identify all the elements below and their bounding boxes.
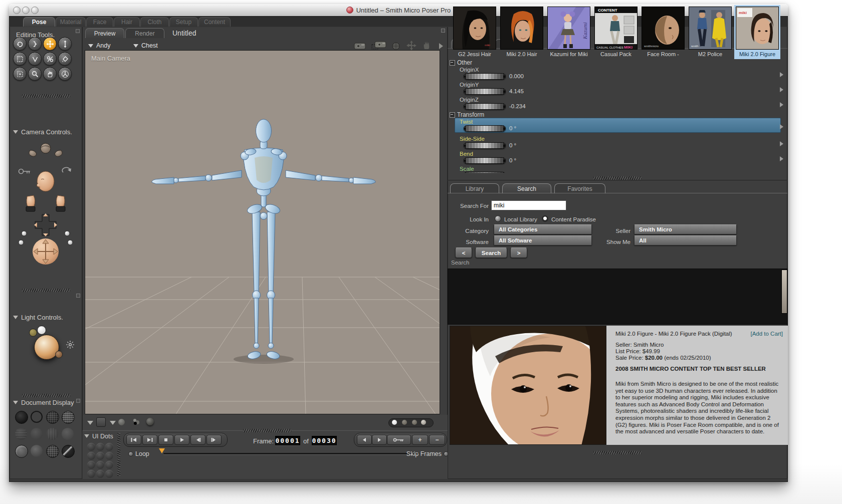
multi-ball-style-icon[interactable]	[132, 418, 140, 426]
param-dial-originz[interactable]	[464, 103, 506, 110]
background-swatch[interactable]	[96, 417, 106, 427]
timeline-divider-grip[interactable]	[117, 433, 120, 476]
display-style-lit-wireframe[interactable]	[15, 428, 27, 440]
ui-dot[interactable]	[105, 443, 113, 451]
tab-hair[interactable]: Hair	[114, 17, 140, 27]
tool-translate-in-out[interactable]	[58, 37, 72, 51]
tracking-dot[interactable]	[412, 420, 417, 425]
shadow-ball-icon[interactable]	[146, 418, 154, 425]
move-cross-icon[interactable]	[406, 40, 417, 51]
actor-menu[interactable]: Chest	[133, 42, 158, 49]
tab-content[interactable]: Content	[198, 17, 231, 27]
tab-search[interactable]: Search	[502, 183, 551, 193]
software-dropdown[interactable]: All Software	[494, 235, 592, 245]
grab-hand-icon[interactable]	[423, 40, 430, 50]
display-style-texture-shaded[interactable]	[62, 445, 75, 458]
light-dot[interactable]	[29, 329, 37, 337]
next-keyframe-button[interactable]	[372, 435, 387, 445]
tool-taper[interactable]	[28, 52, 42, 66]
tool-twist[interactable]	[28, 37, 42, 51]
param-menu-arrow-icon[interactable]	[780, 141, 783, 146]
ui-dot[interactable]	[87, 470, 95, 478]
display-style-flat-shaded[interactable]	[31, 428, 43, 440]
total-frames-counter[interactable]: 00030	[312, 436, 337, 445]
ui-dot[interactable]	[87, 452, 95, 460]
tool-view-magnifier[interactable]	[28, 67, 42, 81]
document-display-collapse-icon[interactable]	[76, 399, 80, 403]
tab-cloth[interactable]: Cloth	[140, 17, 169, 27]
add-to-cart-link[interactable]: [Add to Cart]	[750, 331, 783, 337]
result-casual-pack[interactable]: CONTENTCASUAL CLOTHESMIKI Casual Pack	[593, 5, 639, 59]
viewport[interactable]: Main Camera	[85, 50, 440, 414]
param-menu-arrow-icon[interactable]	[780, 72, 783, 77]
ui-dot[interactable]	[87, 461, 95, 469]
param-dial-originx[interactable]	[464, 73, 506, 80]
param-dial-scale[interactable]	[464, 172, 506, 173]
tool-direct-manipulation[interactable]	[43, 67, 57, 81]
sidebar-grip[interactable]	[22, 289, 70, 292]
display-style-silhouette[interactable]	[15, 411, 28, 424]
search-button[interactable]: Search	[475, 247, 507, 258]
edit-keyframes-button[interactable]	[387, 435, 411, 445]
display-style-wireframe[interactable]	[46, 411, 59, 424]
param-value[interactable]: 0 °	[509, 142, 516, 148]
tool-morphing[interactable]	[58, 67, 72, 81]
result-miki-20-figure-selected[interactable]: miki Miki 2.0 Figure	[734, 5, 780, 59]
tab-pose[interactable]: Pose	[23, 17, 55, 27]
param-dial-originy[interactable]	[464, 88, 506, 95]
sun-icon[interactable]	[65, 340, 75, 350]
tool-color[interactable]	[58, 52, 72, 66]
tracking-dot[interactable]	[421, 420, 426, 425]
timeline-track[interactable]	[163, 453, 419, 454]
param-menu-arrow-icon[interactable]	[780, 156, 783, 161]
collapse-triangle-icon[interactable]	[13, 316, 18, 319]
tab-preview[interactable]: Preview	[85, 28, 124, 38]
param-menu-arrow-icon[interactable]	[780, 87, 783, 92]
tracking-dot[interactable]	[402, 420, 407, 425]
stop-button[interactable]	[158, 435, 173, 445]
tool-translate-pull[interactable]	[43, 37, 57, 51]
param-value[interactable]: 4.145	[509, 88, 524, 94]
ui-dot[interactable]	[105, 461, 113, 469]
result-face-room[interactable]: smithmicro Face Room -	[640, 5, 686, 59]
figure-menu[interactable]: Andy	[88, 42, 111, 49]
ball-style-icon[interactable]	[118, 419, 125, 425]
tool-rotate[interactable]	[13, 37, 27, 51]
param-value[interactable]: -0.234	[509, 103, 526, 109]
ui-dot[interactable]	[105, 470, 113, 478]
collapse-triangle-icon[interactable]	[13, 401, 18, 404]
ui-dot[interactable]	[96, 452, 104, 460]
param-dial-bend[interactable]	[464, 157, 506, 164]
tab-material[interactable]: Material	[56, 17, 86, 27]
light-controls-collapse-icon[interactable]	[76, 294, 80, 298]
light-dot[interactable]	[55, 351, 63, 358]
tab-setup[interactable]: Setup	[169, 17, 198, 27]
tool-chain-break[interactable]	[43, 52, 57, 66]
next-page-button[interactable]: >	[510, 247, 527, 258]
display-style-smooth-lined[interactable]	[31, 445, 43, 457]
result-partial-thumbnail[interactable]	[781, 270, 787, 314]
style-menu-icon[interactable]	[110, 421, 116, 425]
ui-dot[interactable]	[96, 470, 104, 478]
current-frame-counter[interactable]: 00001	[275, 436, 300, 445]
collapse-triangle-icon[interactable]	[84, 434, 89, 438]
result-m2-police[interactable]: smith M2 Police	[687, 5, 733, 59]
display-style-outline[interactable]	[31, 411, 43, 423]
light-dot[interactable]	[37, 326, 46, 335]
radio-local-library-label[interactable]: Local Library	[504, 216, 537, 222]
ui-dot[interactable]	[96, 461, 104, 469]
tool-scale[interactable]	[13, 52, 27, 66]
camera-view-icon[interactable]	[354, 41, 367, 50]
display-style-smooth-shaded[interactable]	[15, 445, 28, 458]
trackball-small-icon[interactable]	[392, 42, 400, 50]
radio-content-paradise[interactable]	[542, 215, 548, 222]
camera-select-icon[interactable]	[371, 40, 387, 50]
ui-dot[interactable]	[105, 452, 113, 460]
param-value[interactable]: 0.000	[509, 73, 524, 79]
radio-content-paradise-label[interactable]: Content Paradise	[551, 216, 596, 222]
result-miki-20-hair[interactable]: Miki 2.0 Hair	[499, 5, 545, 59]
ui-dot[interactable]	[96, 443, 104, 451]
step-back-button[interactable]	[190, 435, 205, 445]
tool-grouping[interactable]	[13, 67, 27, 81]
category-dropdown[interactable]: All Categories	[494, 224, 592, 234]
